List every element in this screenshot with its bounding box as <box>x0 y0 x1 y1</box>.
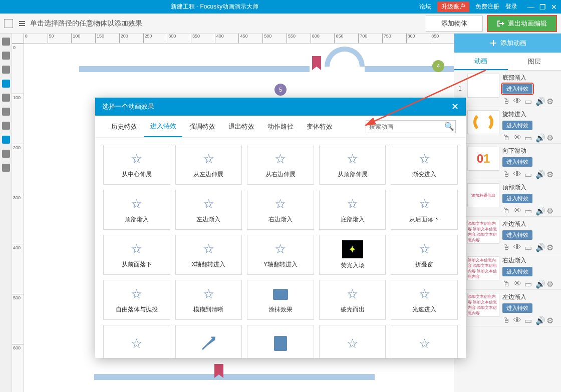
effect-label: 从前面落下 <box>122 260 152 269</box>
star-icon: ☆ <box>200 196 216 212</box>
effect-label: X轴翻转进入 <box>191 260 225 269</box>
effect-label: 破壳而出 <box>341 305 365 314</box>
modal-tabs: 历史特效进入特效强调特效退出特效动作路径变体特效 🔍 <box>95 116 466 138</box>
effect-item[interactable]: ☆底部渐入 <box>319 190 386 230</box>
effect-item[interactable]: ☆顶部渐入 <box>103 190 170 230</box>
star-icon: ☆ <box>272 151 289 167</box>
modal-tab-2[interactable]: 强调特效 <box>183 116 221 137</box>
effect-item[interactable]: ☆右边渐入 <box>247 190 314 230</box>
effect-item[interactable]: ☆破壳而出 <box>319 280 386 320</box>
star-icon <box>200 335 216 351</box>
star-icon: ☆ <box>129 151 145 167</box>
star-icon: ✦ <box>342 240 363 258</box>
star-icon: ☆ <box>200 241 216 257</box>
effect-item[interactable]: ☆从前面落下 <box>103 235 170 275</box>
effect-grid: ☆从中心伸展☆从左边伸展☆从右边伸展☆从顶部伸展☆渐变进入☆顶部渐入☆左边渐入☆… <box>95 138 466 358</box>
star-icon <box>272 286 289 302</box>
effect-label: 底部渐入 <box>341 215 365 224</box>
effect-item[interactable]: ☆从后面落下 <box>391 190 458 230</box>
effect-item[interactable]: ☆ <box>319 325 386 358</box>
effect-item[interactable]: ☆ <box>103 325 170 358</box>
effect-item[interactable]: ☆从顶部伸展 <box>319 145 386 185</box>
star-icon: ☆ <box>345 196 361 212</box>
effect-label: 顶部渐入 <box>125 215 149 224</box>
modal-overlay: 选择一个动画效果 ✕ 历史特效进入特效强调特效退出特效动作路径变体特效 🔍 ☆从… <box>0 0 561 392</box>
star-icon: ☆ <box>416 151 432 167</box>
star-icon: ☆ <box>416 335 432 351</box>
effect-label: Y轴翻转进入 <box>263 260 298 269</box>
effect-item[interactable]: ☆ <box>391 325 458 358</box>
star-icon: ☆ <box>129 335 145 351</box>
effect-label: 涂抹效果 <box>268 305 293 314</box>
modal-tab-0[interactable]: 历史特效 <box>105 116 143 137</box>
effect-label: 从右边伸展 <box>265 170 296 179</box>
effect-item[interactable]: ☆左边渐入 <box>175 190 242 230</box>
effect-item[interactable]: ☆折叠窗 <box>391 235 458 275</box>
search-icon[interactable]: 🔍 <box>444 122 454 131</box>
modal-tab-5[interactable]: 变体特效 <box>301 116 339 137</box>
star-icon: ☆ <box>129 196 145 212</box>
effect-label: 从顶部伸展 <box>338 170 368 179</box>
effect-item[interactable]: ☆光速进入 <box>391 280 458 320</box>
effect-item[interactable]: ☆X轴翻转进入 <box>175 235 242 275</box>
effect-item[interactable]: ☆从中心伸展 <box>103 145 170 185</box>
effect-item[interactable]: 涂抹效果 <box>247 280 314 320</box>
modal-search: 🔍 <box>366 120 456 133</box>
star-icon: ☆ <box>416 241 432 257</box>
modal-tab-3[interactable]: 退出特效 <box>222 116 260 137</box>
effect-label: 左边渐入 <box>196 215 220 224</box>
effect-label: 荧光入场 <box>341 261 365 270</box>
star-icon: ☆ <box>345 286 361 302</box>
star-icon: ☆ <box>345 151 361 167</box>
star-icon: ☆ <box>345 335 361 351</box>
star-icon: ☆ <box>272 241 289 257</box>
star-icon: ☆ <box>200 286 216 302</box>
effect-label: 从后面落下 <box>409 215 439 224</box>
modal-header: 选择一个动画效果 ✕ <box>95 98 466 116</box>
search-input[interactable] <box>369 123 444 130</box>
effect-label: 模糊到清晰 <box>193 305 223 314</box>
effect-label: 从左边伸展 <box>193 170 223 179</box>
effect-label: 渐变进入 <box>412 170 436 179</box>
effect-item[interactable]: ☆模糊到清晰 <box>175 280 242 320</box>
effect-label: 光速进入 <box>412 305 436 314</box>
effect-item[interactable]: ☆渐变进入 <box>391 145 458 185</box>
effect-item[interactable]: ☆从右边伸展 <box>247 145 314 185</box>
effect-label: 自由落体与抛投 <box>116 305 158 314</box>
star-icon: ☆ <box>272 196 289 212</box>
effect-label: 从中心伸展 <box>122 170 152 179</box>
modal-title: 选择一个动画效果 <box>102 102 154 111</box>
effect-item[interactable] <box>247 325 314 358</box>
effect-item[interactable]: ✦荧光入场 <box>319 235 386 275</box>
modal-tab-1[interactable]: 进入特效 <box>144 116 182 137</box>
effect-item[interactable] <box>175 325 242 358</box>
star-icon: ☆ <box>416 286 432 302</box>
star-icon: ☆ <box>200 151 216 167</box>
effect-label: 折叠窗 <box>415 260 433 269</box>
effect-item[interactable]: ☆Y轴翻转进入 <box>247 235 314 275</box>
star-icon: ☆ <box>129 241 145 257</box>
star-icon: ☆ <box>416 196 432 212</box>
effect-item[interactable]: ☆从左边伸展 <box>175 145 242 185</box>
star-icon <box>272 335 289 351</box>
animation-effect-modal: 选择一个动画效果 ✕ 历史特效进入特效强调特效退出特效动作路径变体特效 🔍 ☆从… <box>95 98 466 358</box>
modal-tab-4[interactable]: 动作路径 <box>261 116 300 137</box>
effect-item[interactable]: ☆自由落体与抛投 <box>103 280 170 320</box>
effect-label: 右边渐入 <box>268 215 293 224</box>
star-icon: ☆ <box>129 286 145 302</box>
modal-close-icon[interactable]: ✕ <box>451 101 459 112</box>
